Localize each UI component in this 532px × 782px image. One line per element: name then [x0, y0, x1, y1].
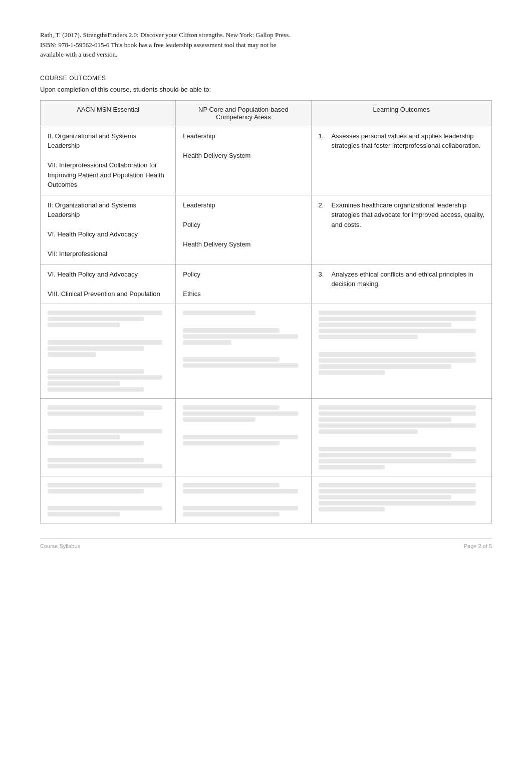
lo-text-3: Analyzes ethical conflicts and ethical p…: [332, 270, 484, 289]
lo-cell-2: 2. Examines healthcare organizational le…: [311, 195, 491, 264]
np-text-2a: Leadership: [183, 201, 215, 209]
blurred-cell-5a: [41, 399, 176, 476]
np-text-2c: Health Delivery System: [183, 240, 250, 248]
blurred-cell-4c: [311, 304, 491, 399]
lo-cell-3: 3. Analyzes ethical conflicts and ethica…: [311, 264, 491, 304]
header-np: NP Core and Population-based Competency …: [176, 100, 311, 126]
table-row-blurred-6: [41, 476, 492, 524]
np-cell-3: Policy Ethics: [176, 264, 311, 304]
lo-num-3: 3.: [319, 270, 329, 289]
lo-entry-3: 3. Analyzes ethical conflicts and ethica…: [319, 270, 484, 289]
intro-text: Upon completion of this course, students…: [40, 86, 492, 93]
citation-line3: available with a used version.: [40, 50, 492, 60]
blurred-cell-4a: [41, 304, 176, 399]
footer-bar: Course Syllabus Page 2 of 5: [40, 539, 492, 553]
lo-entry-2: 2. Examines healthcare organizational le…: [319, 200, 484, 230]
lo-num-1: 1.: [319, 131, 329, 151]
aacn-cell-2: II: Organizational and Systems Leadershi…: [41, 195, 176, 264]
lo-num-2: 2.: [319, 200, 329, 230]
np-text-3b: Ethics: [183, 290, 200, 298]
blurred-cell-6b: [176, 476, 311, 524]
aacn-text-1a: II. Organizational and Systems Leadershi…: [48, 132, 136, 150]
header-aacn: AACN MSN Essential: [41, 100, 176, 126]
blurred-cell-6c: [311, 476, 491, 524]
footer-left: Course Syllabus: [40, 543, 80, 549]
header-lo: Learning Outcomes: [311, 100, 491, 126]
citation-block: Rath, T. (2017). StrengthsFinders 2.0: D…: [40, 30, 492, 60]
section-title: COURSE OUTCOMES: [40, 75, 492, 82]
aacn-text-2b: VI. Health Policy and Advocacy: [48, 230, 138, 238]
blurred-cell-4b: [176, 304, 311, 399]
aacn-text-3a: VI. Health Policy and Advocacy: [48, 271, 138, 278]
blurred-cell-6a: [41, 476, 176, 524]
aacn-text-2a: II: Organizational and Systems Leadershi…: [48, 201, 136, 219]
citation-line1: Rath, T. (2017). StrengthsFinders 2.0: D…: [40, 30, 492, 40]
aacn-text-1b: VII. Interprofessional Collaboration for…: [48, 161, 164, 188]
table-row-blurred-5: [41, 399, 492, 476]
aacn-text-2c: VII: Interprofessional: [48, 250, 107, 257]
np-text-1b: Health Delivery System: [183, 152, 250, 159]
outcomes-table: AACN MSN Essential NP Core and Populatio…: [40, 100, 492, 524]
np-cell-2: Leadership Policy Health Delivery System: [176, 195, 311, 264]
np-text-3a: Policy: [183, 271, 200, 278]
course-outcomes-section: COURSE OUTCOMES Upon completion of this …: [40, 75, 492, 524]
np-cell-1: Leadership Health Delivery System: [176, 126, 311, 195]
lo-entry-1: 1. Assesses personal values and applies …: [319, 131, 484, 151]
table-row: II. Organizational and Systems Leadershi…: [41, 126, 492, 195]
np-text-1a: Leadership: [183, 132, 215, 140]
table-row: II: Organizational and Systems Leadershi…: [41, 195, 492, 264]
footer-right: Page 2 of 5: [464, 543, 492, 549]
table-row-blurred-4: [41, 304, 492, 399]
lo-cell-1: 1. Assesses personal values and applies …: [311, 126, 491, 195]
blurred-cell-5b: [176, 399, 311, 476]
aacn-cell-3: VI. Health Policy and Advocacy VIII. Cli…: [41, 264, 176, 304]
np-text-2b: Policy: [183, 221, 200, 228]
table-row: VI. Health Policy and Advocacy VIII. Cli…: [41, 264, 492, 304]
aacn-text-3b: VIII. Clinical Prevention and Population: [48, 290, 160, 298]
lo-text-1: Assesses personal values and applies lea…: [332, 131, 484, 151]
lo-text-2: Examines healthcare organizational leade…: [332, 200, 484, 230]
aacn-cell-1: II. Organizational and Systems Leadershi…: [41, 126, 176, 195]
citation-line2: ISBN: 978-1-59562-015-6 This book has a …: [40, 40, 492, 50]
blurred-cell-5c: [311, 399, 491, 476]
